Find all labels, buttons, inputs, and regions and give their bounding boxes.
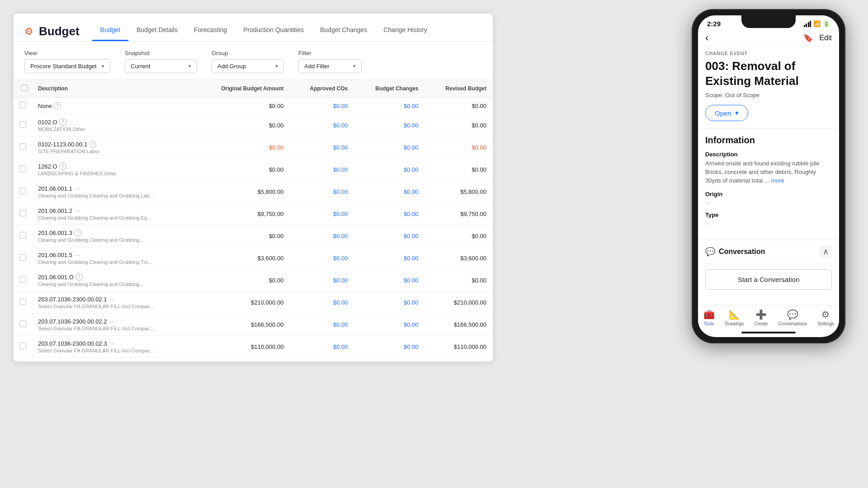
info-icon: ? (59, 163, 66, 170)
row-description-cell: 201.06.001.2 ··· Clearing and Grubbing.C… (32, 203, 195, 225)
table-header-row: Description Original Budget Amount Appro… (14, 80, 493, 98)
edit-button[interactable]: Edit (819, 34, 832, 42)
row-checkbox-cell[interactable] (14, 136, 32, 159)
tab-budget-changes[interactable]: Budget Changes (312, 22, 375, 41)
row-budget-changes: $0.00 (354, 98, 425, 114)
tab-budget[interactable]: Budget (92, 22, 128, 41)
row-checkbox[interactable] (19, 232, 26, 239)
row-checkbox[interactable] (19, 121, 26, 128)
start-conversation-button[interactable]: Start a Conversation (705, 269, 832, 290)
row-checkbox[interactable] (19, 143, 26, 150)
th-checkbox[interactable] (14, 80, 32, 98)
table-body: None ? $0.00 $0.00 $0.00 $0.00 0102.O ? … (14, 98, 493, 358)
open-button[interactable]: Open ▾ (705, 105, 748, 121)
row-description-cell: 203.07.1036-2300.00.02.2 ··· Select Gran… (32, 314, 195, 336)
row-revised-budget: $5,800.00 (425, 181, 493, 203)
tab-budget-details[interactable]: Budget Details (128, 22, 186, 41)
row-checkbox[interactable] (19, 276, 26, 283)
row-checkbox[interactable] (19, 102, 26, 108)
view-select[interactable]: Procore Standard Budget ▾ (24, 59, 110, 73)
collapse-button[interactable]: ∧ (819, 245, 832, 258)
row-checkbox-cell[interactable] (14, 269, 32, 291)
row-checkbox-cell[interactable] (14, 114, 32, 136)
row-subtitle: Clearing and Grubbing.Clearing and Grubb… (38, 215, 189, 221)
app-logo-icon: ⚙ (24, 26, 33, 38)
nav-item-conversations[interactable]: 💬 Conversations (778, 309, 807, 326)
row-checkbox-cell[interactable] (14, 314, 32, 336)
row-title: 203.07.1036-2300.00.02.3 (38, 340, 107, 347)
row-original-budget: $3,600.00 (195, 247, 290, 269)
tab-forecasting[interactable]: Forecasting (186, 22, 235, 41)
create-label: Create (754, 321, 768, 326)
nav-item-tools[interactable]: 🧰 Tools (703, 309, 715, 326)
select-all-checkbox[interactable] (21, 84, 28, 91)
information-section: Information Description Arrived onsite a… (698, 129, 839, 236)
nav-item-settings[interactable]: ⚙ Settings (817, 309, 834, 326)
description-value: Arrived onsite and found existing rubble… (705, 160, 832, 185)
row-checkbox-cell[interactable] (14, 181, 32, 203)
row-title: 203.07.1036-2300.00.02.1 (38, 296, 107, 303)
th-approved-cos: Approved COs (290, 80, 354, 98)
more-options-icon[interactable]: ··· (110, 340, 115, 347)
row-description-cell: 201.06.001.3 ? Clearing and Grubbing.Cle… (32, 225, 195, 247)
row-approved-co: $0.00 (290, 159, 354, 181)
row-checkbox-cell[interactable] (14, 225, 32, 247)
row-subtitle: Select Granular Fill.GRANULAR FILL-Incl … (38, 304, 189, 309)
tab-change-history[interactable]: Change History (375, 22, 435, 41)
description-label: Description (705, 151, 832, 158)
row-checkbox[interactable] (19, 165, 26, 172)
row-budget-changes: $0.00 (354, 269, 425, 291)
back-button[interactable]: ‹ (705, 33, 708, 43)
more-options-icon[interactable]: ··· (110, 296, 115, 303)
more-link[interactable]: more (771, 177, 784, 184)
row-checkbox-cell[interactable] (14, 291, 32, 314)
snapshot-chevron-icon: ▾ (189, 63, 191, 69)
snapshot-select[interactable]: Current ▾ (125, 59, 197, 73)
row-checkbox[interactable] (19, 210, 26, 216)
row-original-budget: $110,000.00 (195, 336, 290, 358)
more-options-icon[interactable]: ··· (75, 207, 80, 214)
row-revised-budget: $0.00 (425, 98, 493, 114)
row-checkbox-cell[interactable] (14, 336, 32, 358)
battery-icon: 🔋 (823, 20, 830, 27)
row-checkbox[interactable] (19, 298, 26, 305)
row-checkbox[interactable] (19, 320, 26, 327)
signal-bar-2 (806, 23, 807, 27)
info-icon: ? (74, 229, 81, 236)
filter-select[interactable]: Add Filter ▾ (298, 59, 362, 73)
filter-select-value: Add Filter (304, 63, 330, 70)
row-title: 203.07.1036-2300.00.02.2 (38, 318, 107, 325)
more-options-icon[interactable]: ··· (75, 185, 80, 192)
nav-item-create[interactable]: ➕ Create (754, 309, 768, 326)
row-checkbox-cell[interactable] (14, 203, 32, 225)
row-checkbox-cell[interactable] (14, 98, 32, 114)
row-checkbox-cell[interactable] (14, 159, 32, 181)
signal-bar-1 (804, 25, 805, 27)
row-title: 0102-1123.00.00.1 (38, 141, 87, 148)
row-budget-changes: $0.00 (354, 247, 425, 269)
row-budget-changes: $0.00 (354, 336, 425, 358)
row-description-cell: 1262.O ? LANDSCAPING & FINISHES.Other (32, 159, 195, 181)
row-checkbox-cell[interactable] (14, 247, 32, 269)
row-revised-budget: $166,500.00 (425, 314, 493, 336)
row-checkbox[interactable] (19, 188, 26, 194)
phone-mockup: 2:29 📶 🔋 ‹ 🔖 Edit (692, 9, 854, 352)
conversation-header: 💬 Conversation ∧ (698, 240, 839, 264)
more-options-icon[interactable]: ··· (110, 318, 115, 325)
panel-header: ⚙ Budget Budget Budget Details Forecasti… (14, 14, 493, 42)
row-original-budget: $0.00 (195, 159, 290, 181)
more-options-icon[interactable]: ··· (75, 251, 80, 258)
info-icon: ? (59, 118, 66, 126)
row-original-budget: $166,500.00 (195, 314, 290, 336)
group-select[interactable]: Add Group ▾ (212, 59, 284, 73)
nav-item-drawings[interactable]: 📐 Drawings (725, 309, 744, 326)
bookmark-icon[interactable]: 🔖 (803, 33, 813, 43)
row-checkbox[interactable] (19, 254, 26, 261)
row-subtitle: MOBILZATION.Other (38, 127, 189, 132)
row-budget-changes: $0.00 (354, 203, 425, 225)
info-icon: ? (75, 273, 83, 281)
collapse-icon: ∧ (823, 247, 829, 257)
row-checkbox[interactable] (19, 343, 26, 349)
budget-table: Description Original Budget Amount Appro… (14, 80, 493, 358)
tab-production-quantities[interactable]: Production Quantities (235, 22, 312, 41)
